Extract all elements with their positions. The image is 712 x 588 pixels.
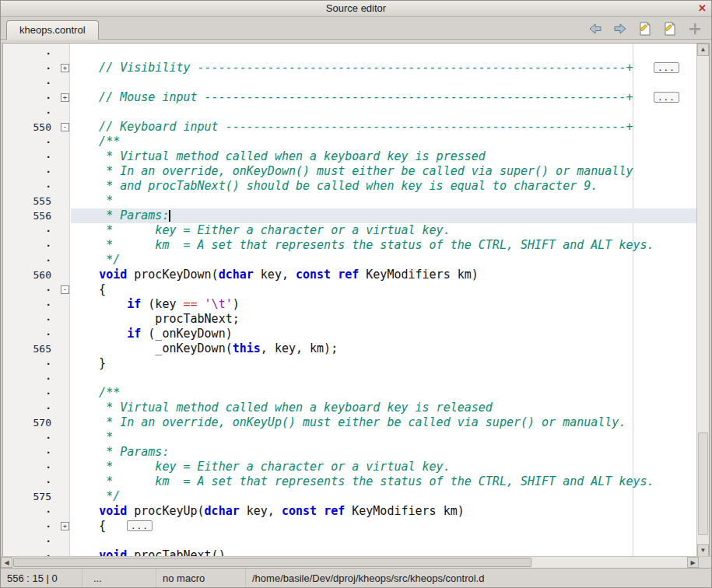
gutter-row: · [3, 223, 69, 238]
fold-collapse-icon[interactable]: - [61, 285, 69, 294]
go-forward-icon[interactable] [612, 20, 629, 37]
save-as-icon[interactable] [661, 20, 679, 37]
code-line[interactable]: * [71, 430, 696, 445]
go-back-icon[interactable] [587, 20, 604, 37]
line-number: 550 [3, 120, 51, 135]
fold-expand-icon[interactable]: + [61, 93, 69, 102]
gutter-row: · [3, 430, 69, 445]
code-line[interactable]: /** [71, 386, 696, 401]
code-line[interactable]: * km = A set that represents the status … [71, 474, 696, 489]
code-line[interactable]: */ [71, 253, 696, 268]
code-token: if [127, 327, 141, 341]
code-line[interactable] [71, 46, 696, 61]
code-line[interactable]: * Params: [71, 445, 696, 460]
horizontal-scroll-thumb[interactable] [13, 558, 531, 567]
current-code-line[interactable]: * Params: [71, 208, 696, 223]
code-line[interactable]: } [71, 356, 696, 371]
gutter-row: · [3, 135, 69, 149]
code-line[interactable] [71, 105, 696, 120]
code-area[interactable]: // Visibility --------------------------… [71, 44, 696, 557]
code-line[interactable]: {... [71, 519, 696, 534]
status-file-path: /home/basile/Dev/dproj/kheops/src/kheops… [246, 569, 711, 587]
code-line[interactable]: _onKeyDown(this, key, km); [71, 341, 696, 356]
line-dot: · [3, 519, 51, 534]
code-token: * In an override, onKeyDown() must eithe… [71, 164, 633, 178]
code-line[interactable] [71, 75, 696, 90]
code-line[interactable]: procTabNext; [71, 312, 696, 327]
code-line[interactable]: * km = A set that represents the status … [71, 238, 696, 253]
code-line[interactable]: * In an override, onKeyUp() must either … [71, 415, 696, 430]
code-token [331, 268, 338, 282]
gutter-row: · [3, 238, 69, 253]
code-line[interactable] [71, 534, 696, 548]
vertical-scroll-thumb[interactable] [698, 432, 708, 535]
fold-collapse-icon[interactable]: - [61, 123, 69, 131]
code-line[interactable]: void procKeyUp(dchar key, const ref KeyM… [71, 504, 696, 519]
code-line[interactable]: // Visibility --------------------------… [71, 61, 696, 75]
titlebar[interactable]: Source editor ✕ [1, 1, 711, 17]
code-token: dchar [219, 268, 254, 282]
code-token: void [99, 504, 127, 518]
fold-expand-icon[interactable]: + [61, 522, 69, 530]
gutter-row: 560 [3, 268, 69, 282]
code-token: { [71, 519, 106, 533]
code-line[interactable]: * In an override, onKeyDown() must eithe… [71, 164, 696, 179]
code-token: */ [71, 253, 120, 267]
code-token: const [282, 504, 317, 518]
code-line[interactable]: // Mouse input -------------------------… [71, 90, 696, 105]
code-token: key, [254, 268, 296, 282]
code-line[interactable]: */ [71, 489, 696, 504]
code-token: * Virtual method called when a keyboard … [71, 149, 486, 163]
line-dot: · [3, 327, 51, 341]
code-line[interactable] [71, 371, 696, 386]
line-dot: · [3, 474, 51, 489]
code-line[interactable]: * Virtual method called when a keyboard … [71, 401, 696, 415]
line-dot: · [3, 356, 51, 371]
code-line[interactable]: // Keyboard input ----------------------… [71, 120, 696, 135]
code-line[interactable]: * key = Either a character or a virtual … [71, 223, 696, 238]
collapsed-fold-ellipsis[interactable]: ... [654, 62, 679, 73]
code-line[interactable]: * key = Either a character or a virtual … [71, 460, 696, 474]
fold-expand-icon[interactable]: + [61, 64, 69, 72]
horizontal-scrollbar[interactable]: ◀ ▶ [1, 556, 699, 568]
gutter-row: · [3, 386, 69, 401]
collapsed-fold-ellipsis[interactable]: ... [654, 92, 679, 103]
close-icon[interactable]: ✕ [698, 1, 707, 16]
save-icon[interactable] [637, 20, 654, 37]
code-token [71, 268, 99, 282]
code-line[interactable]: * [71, 194, 696, 208]
gutter-row: · [3, 179, 69, 194]
line-dot: · [3, 445, 51, 460]
code-token: ref [338, 268, 359, 282]
code-token: * and procTabNext() should be called whe… [71, 179, 598, 193]
code-line[interactable]: /** [71, 135, 696, 149]
code-line[interactable]: if (key == '\t') [71, 297, 696, 312]
gutter-row: ·- [3, 282, 69, 297]
collapsed-fold-ellipsis[interactable]: ... [127, 520, 153, 531]
line-dot: · [3, 105, 51, 120]
scroll-right-icon[interactable]: ▶ [687, 557, 699, 568]
code-line[interactable]: * and procTabNext() should be called whe… [71, 179, 696, 194]
line-dot: · [3, 386, 51, 401]
code-token: void [99, 268, 127, 282]
status-caret-position: 556 : 15 | 0 [1, 569, 82, 587]
line-dot: · [3, 282, 51, 297]
detach-icon[interactable] [686, 20, 703, 37]
text-caret [169, 210, 170, 222]
code-line[interactable]: if (_onKeyDown) [71, 327, 696, 341]
code-token: procKeyDown( [127, 268, 218, 282]
line-dot: · [3, 149, 51, 164]
scroll-down-icon[interactable]: ▼ [697, 544, 709, 557]
code-line[interactable]: * Virtual method called when a keyboard … [71, 149, 696, 164]
scroll-left-icon[interactable]: ◀ [1, 557, 12, 568]
code-line[interactable]: void procKeyDown(dchar key, const ref Ke… [71, 268, 696, 282]
line-dot: · [3, 46, 51, 61]
code-token: KeyModifiers km) [345, 504, 465, 518]
gutter-row: 575 [3, 489, 69, 504]
tab-kheops-control[interactable]: kheops.control [6, 20, 99, 40]
scroll-up-icon[interactable]: ▲ [697, 44, 709, 56]
line-dot: · [3, 135, 51, 149]
code-line[interactable]: { [71, 282, 696, 297]
vertical-scrollbar[interactable]: ▲ ▼ [696, 44, 709, 557]
editor[interactable]: ··+··+·550-····555556···560·-···565····5… [2, 43, 710, 558]
